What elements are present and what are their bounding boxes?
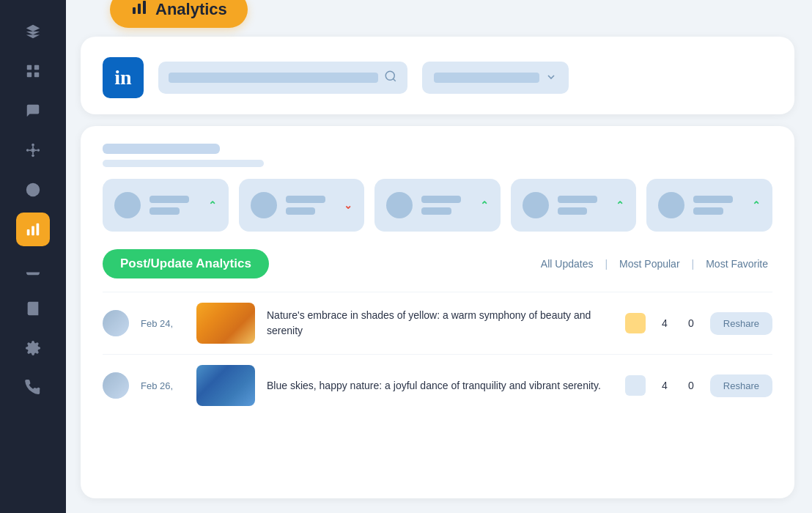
metric-card-0: ⌃ xyxy=(103,179,229,232)
svg-rect-17 xyxy=(32,226,34,235)
analytics-header-badge: Analytics xyxy=(110,0,248,28)
reshare-button-1[interactable]: Reshare xyxy=(710,374,772,397)
metric-arrow-0: ⌃ xyxy=(208,199,217,211)
post-analytics-title: Post/Update Analytics xyxy=(120,256,251,270)
stats-title-placeholder xyxy=(103,144,220,154)
metric-lines-3 xyxy=(558,196,608,215)
filter-tabs: All Updates | Most Popular | Most Favori… xyxy=(536,255,772,273)
svg-point-4 xyxy=(31,148,35,152)
svg-point-7 xyxy=(32,144,34,147)
metric-avatar-2 xyxy=(386,192,413,218)
svg-rect-16 xyxy=(27,229,30,235)
sidebar-item-library[interactable] xyxy=(16,292,50,325)
stats-header xyxy=(103,144,772,167)
date-range-dropdown[interactable] xyxy=(422,62,569,94)
svg-rect-18 xyxy=(37,224,40,236)
post-count1-1: 4 xyxy=(657,380,672,391)
post-user-avatar-0 xyxy=(103,310,129,336)
sidebar-item-dashboard[interactable] xyxy=(16,54,50,88)
post-type-icon-1 xyxy=(625,375,646,396)
sidebar-item-settings[interactable] xyxy=(16,331,50,365)
post-date-0: Feb 24, xyxy=(141,318,185,329)
metric-card-4: ⌃ xyxy=(646,179,772,232)
metric-arrow-1: ⌄ xyxy=(344,199,353,211)
sidebar-item-import[interactable] xyxy=(16,252,50,286)
svg-rect-21 xyxy=(138,4,141,14)
svg-rect-1 xyxy=(34,65,39,70)
post-image-1 xyxy=(196,365,255,406)
post-analytics-header: Post/Update Analytics All Updates | Most… xyxy=(103,249,772,278)
sidebar-item-connections[interactable] xyxy=(16,133,50,167)
svg-point-5 xyxy=(26,149,29,152)
sidebar-item-support[interactable] xyxy=(16,371,50,405)
chevron-down-icon xyxy=(545,71,557,85)
post-date-1: Feb 26, xyxy=(141,380,185,391)
post-type-icon-0 xyxy=(625,313,646,333)
search-bar[interactable] xyxy=(158,62,407,94)
metric-lines-1 xyxy=(286,196,336,215)
svg-point-15 xyxy=(32,188,34,191)
search-bar-placeholder xyxy=(169,73,378,83)
main-content: Analytics in xyxy=(66,0,812,513)
sidebar-item-messages[interactable] xyxy=(16,94,50,128)
metric-arrow-4: ⌃ xyxy=(752,199,761,211)
post-count2-0: 0 xyxy=(684,317,698,329)
post-item-1: Feb 26, Blue skies, happy nature: a joyf… xyxy=(103,354,772,416)
dropdown-placeholder xyxy=(434,73,539,83)
metric-arrow-3: ⌃ xyxy=(616,199,624,211)
post-count1-0: 4 xyxy=(657,317,672,329)
svg-rect-2 xyxy=(27,73,32,77)
svg-point-23 xyxy=(385,71,394,80)
post-image-0 xyxy=(196,303,255,344)
metric-lines-4 xyxy=(693,196,743,215)
metric-lines-2 xyxy=(421,196,471,215)
analytics-badge-icon xyxy=(130,0,148,21)
metric-card-3: ⌃ xyxy=(511,179,637,232)
svg-rect-22 xyxy=(143,1,146,14)
post-text-1: Blue skies, happy nature: a joyful dance… xyxy=(267,378,613,394)
stats-subtitle-placeholder xyxy=(103,160,264,167)
svg-rect-20 xyxy=(133,7,136,14)
metric-cards-row: ⌃ ⌄ ⌃ xyxy=(103,179,772,232)
analytics-content-card: ⌃ ⌄ ⌃ xyxy=(81,126,794,498)
filter-divider-2: | xyxy=(692,258,695,270)
filter-all-updates[interactable]: All Updates xyxy=(536,255,598,273)
platform-selector-card: in xyxy=(81,37,794,114)
reshare-button-0[interactable]: Reshare xyxy=(710,312,772,335)
filter-divider-1: | xyxy=(605,258,608,270)
linkedin-logo[interactable]: in xyxy=(103,57,144,98)
post-count2-1: 0 xyxy=(684,380,698,391)
post-analytics-badge: Post/Update Analytics xyxy=(103,249,269,278)
filter-most-favorite[interactable]: Most Favorite xyxy=(701,255,772,273)
post-user-avatar-1 xyxy=(103,372,129,399)
svg-point-6 xyxy=(37,149,40,152)
svg-rect-3 xyxy=(34,73,39,77)
post-item-0: Feb 24, Nature's embrace in shades of ye… xyxy=(103,292,772,354)
metric-avatar-3 xyxy=(523,192,549,218)
metric-card-1: ⌄ xyxy=(239,179,365,232)
metric-avatar-1 xyxy=(251,192,277,218)
metric-arrow-2: ⌃ xyxy=(480,199,489,211)
svg-rect-0 xyxy=(27,65,32,70)
sidebar-item-navigation[interactable] xyxy=(16,15,50,48)
svg-line-24 xyxy=(393,78,395,81)
post-text-0: Nature's embrace in shades of yellow: a … xyxy=(267,308,613,339)
svg-point-8 xyxy=(32,155,34,158)
sidebar-item-analytics[interactable] xyxy=(16,213,50,246)
filter-most-popular[interactable]: Most Popular xyxy=(615,255,684,273)
sidebar-item-target[interactable] xyxy=(16,173,50,207)
metric-avatar-4 xyxy=(658,192,684,218)
metric-card-2: ⌃ xyxy=(374,179,501,232)
sidebar xyxy=(0,0,66,513)
analytics-title: Analytics xyxy=(155,0,227,19)
search-icon xyxy=(384,70,397,86)
metric-avatar-0 xyxy=(114,192,141,218)
metric-lines-0 xyxy=(150,196,199,215)
